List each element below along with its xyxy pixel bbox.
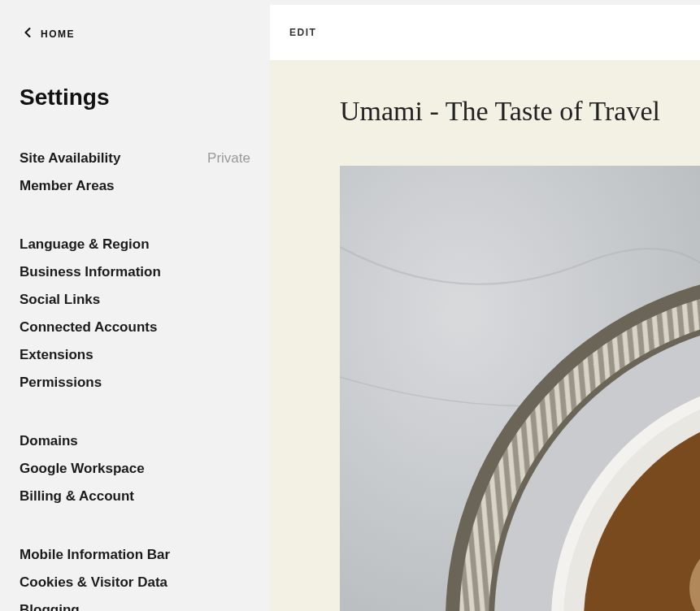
settings-item-label: Business Information: [20, 264, 161, 280]
settings-item-language-region[interactable]: Language & Region: [20, 231, 250, 258]
settings-item-label: Google Workspace: [20, 461, 145, 477]
settings-group-site: Site Availability Private Member Areas: [20, 145, 250, 200]
site-title: Umami - The Taste of Travel: [340, 96, 700, 127]
settings-item-social-links[interactable]: Social Links: [20, 286, 250, 314]
preview-content: Umami - The Taste of Travel: [270, 60, 700, 611]
settings-group-general: Language & Region Business Information S…: [20, 231, 250, 396]
settings-item-label: Language & Region: [20, 236, 150, 253]
settings-item-permissions[interactable]: Permissions: [20, 369, 250, 396]
edit-button[interactable]: EDIT: [289, 27, 316, 38]
settings-item-blogging[interactable]: Blogging: [20, 596, 250, 611]
settings-item-label: Domains: [20, 433, 78, 449]
preview-toolbar: EDIT: [270, 5, 700, 60]
settings-item-label: Cookies & Visitor Data: [20, 574, 167, 591]
settings-item-label: Connected Accounts: [20, 319, 157, 336]
site-preview-panel: EDIT Umami - The Taste of Travel: [270, 0, 700, 611]
page-title: Settings: [20, 84, 250, 110]
settings-group-advanced: Mobile Information Bar Cookies & Visitor…: [20, 541, 250, 611]
settings-item-connected-accounts[interactable]: Connected Accounts: [20, 314, 250, 341]
back-home-label: HOME: [41, 28, 75, 40]
settings-item-member-areas[interactable]: Member Areas: [20, 172, 250, 200]
settings-sidebar: HOME Settings Site Availability Private …: [0, 0, 270, 611]
settings-item-label: Social Links: [20, 292, 100, 308]
settings-item-google-workspace[interactable]: Google Workspace: [20, 455, 250, 483]
settings-item-extensions[interactable]: Extensions: [20, 341, 250, 369]
settings-item-label: Mobile Information Bar: [20, 547, 170, 563]
settings-item-domains[interactable]: Domains: [20, 427, 250, 455]
settings-item-label: Site Availability: [20, 150, 120, 167]
chevron-left-icon: [20, 24, 36, 44]
settings-item-label: Member Areas: [20, 178, 115, 194]
back-home-link[interactable]: HOME: [20, 24, 250, 44]
settings-item-cookies-visitor-data[interactable]: Cookies & Visitor Data: [20, 569, 250, 596]
settings-item-business-information[interactable]: Business Information: [20, 258, 250, 286]
settings-group-domains: Domains Google Workspace Billing & Accou…: [20, 427, 250, 510]
settings-item-label: Blogging: [20, 602, 80, 611]
preview-hero-image: [340, 166, 700, 611]
settings-item-value: Private: [207, 150, 250, 167]
settings-item-billing-account[interactable]: Billing & Account: [20, 483, 250, 510]
settings-item-label: Billing & Account: [20, 488, 134, 505]
settings-item-site-availability[interactable]: Site Availability Private: [20, 145, 250, 172]
settings-item-mobile-info-bar[interactable]: Mobile Information Bar: [20, 541, 250, 569]
settings-item-label: Permissions: [20, 375, 102, 391]
settings-item-label: Extensions: [20, 347, 93, 363]
